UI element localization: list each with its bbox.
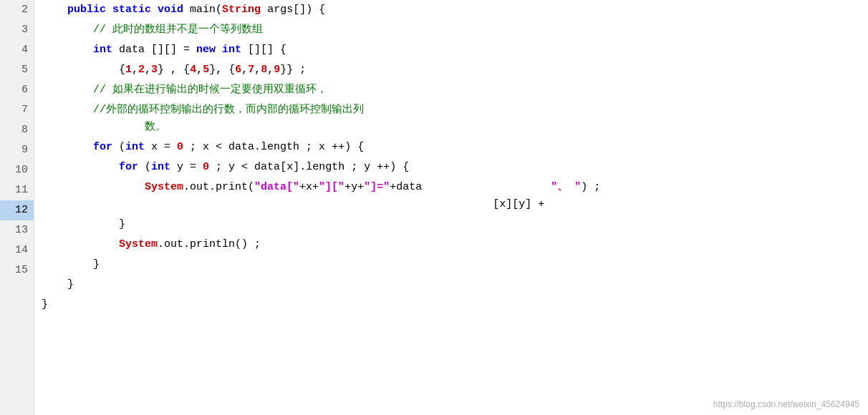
code-segment: 2 [138,62,145,79]
code-segment: x = [145,139,177,156]
code-segment: 0 [177,139,183,156]
code-segment: { [42,62,125,79]
line-number-10: 10 [0,160,34,180]
line-number-4: 4 [0,40,34,60]
code-segment [216,42,222,59]
code-segment: "、 " [551,179,581,196]
line-number-9: 9 [0,140,34,160]
code-segment: int [151,159,170,176]
code-segment: } [42,216,125,233]
code-body: 23456789101112131415 public static void … [0,0,868,415]
code-line-2: public static void main(String args[]) { [42,0,868,20]
code-segment: }} ; [280,62,306,79]
code-segment: .out.println() ; [158,236,261,253]
code-segment: .out.print( [183,179,254,196]
code-line-11: } [42,215,868,235]
code-segment [42,159,119,176]
code-line-7: //外部的循环控制输出的行数，而内部的循环控制输出列 数。 [42,100,868,137]
line-number-14: 14 [0,240,34,260]
code-segment: int [93,42,112,59]
line-number-6: 6 [0,80,34,100]
code-segment: public [67,1,106,19]
code-segment: static [112,1,151,19]
code-segment: , [241,62,248,79]
code-segment: y = [170,159,203,176]
code-segment: 4 [190,62,196,79]
code-segment: main( [183,1,222,19]
code-segment: } [42,256,100,273]
code-segment: int [125,139,145,156]
code-segment: ; y < data[x].length ; y ++) { [209,159,409,176]
code-segment: } [42,276,74,293]
code-segment [151,1,158,19]
code-segment: 6 [235,62,241,79]
code-segment [42,179,145,196]
code-line-13: } [42,255,868,275]
code-segment: 3 [151,62,158,79]
code-line-6: // 如果在进行输出的时候一定要使用双重循环， [42,80,868,100]
code-line-4: int data [][] = new int [][] { [42,40,868,60]
code-segment: +data [x][y] + [390,179,551,213]
code-segment: ) ; [581,179,600,196]
code-segment: , [132,62,138,79]
code-line-14: } [42,275,868,295]
code-segment [42,82,93,99]
code-line-15: } [42,295,868,315]
code-line-12: System.out.println() ; [42,235,868,255]
code-segment: } , { [158,62,190,79]
code-line-9: for (int y = 0 ; y < data[x].length ; y … [42,157,868,177]
code-segment: "data[" [254,179,299,196]
code-segment [42,1,67,19]
code-segment: } [42,296,48,313]
code-segment: // 如果在进行输出的时候一定要使用双重循环， [93,82,327,99]
code-segment: String [222,1,261,19]
code-segment: , [254,62,261,79]
line-number-15: 15 [0,260,34,280]
code-line-3: // 此时的数组并不是一个等列数组 [42,20,868,40]
line-numbers: 23456789101112131415 [0,0,34,415]
code-segment: "][" [319,179,344,196]
code-segment: for [119,159,138,176]
code-segment: args[]) { [261,1,325,19]
code-segment: 5 [203,62,209,79]
code-segment: new [196,42,216,59]
code-segment: "]=" [364,179,390,196]
code-segment: ( [138,159,151,176]
code-segment: +y+ [344,179,364,196]
code-segment: }, { [209,62,235,79]
code-segment: // 此时的数组并不是一个等列数组 [93,21,263,39]
code-segment: System [145,179,183,196]
code-segment: +x+ [299,179,319,196]
code-segment: , [267,62,274,79]
line-number-13: 13 [0,220,34,240]
code-segment [42,139,93,156]
line-number-3: 3 [0,20,34,40]
code-segment [42,236,119,253]
code-segment: 0 [203,159,209,176]
code-segment: int [222,42,241,59]
code-line-10: System.out.print("data["+x+"]["+y+"]="+d… [42,177,868,215]
code-segment: 1 [125,62,132,79]
code-segment: ; x < data.length ; x ++) { [183,139,364,156]
line-number-2: 2 [0,0,34,20]
code-line-8: for (int x = 0 ; x < data.length ; x ++)… [42,137,868,157]
code-segment [106,1,112,19]
code-segment: , [145,62,151,79]
code-segment: for [93,139,112,156]
code-segment: //外部的循环控制输出的行数，而内部的循环控制输出列 数。 [93,102,364,136]
code-editor: 23456789101112131415 public static void … [0,0,868,415]
code-segment: data [][] = [112,42,196,59]
code-segment: , [196,62,203,79]
watermark: https://blog.csdn.net/weixin_45624945 [713,399,859,409]
line-number-8: 8 [0,120,34,140]
code-segment: ( [112,139,125,156]
code-segment [42,42,93,59]
code-segment [42,102,93,119]
code-segment: 9 [274,62,280,79]
code-segment: System [119,236,158,253]
code-segment: 7 [248,62,254,79]
code-segment: 8 [261,62,267,79]
code-segment: void [158,1,183,19]
line-number-12: 12 [0,200,34,220]
code-segment [42,21,93,39]
